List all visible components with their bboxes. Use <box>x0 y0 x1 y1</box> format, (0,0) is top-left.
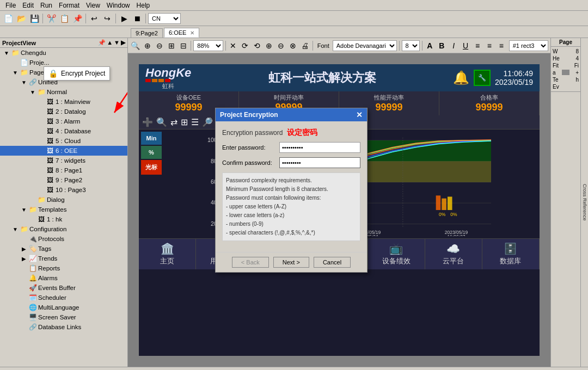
hmi-logo-sub: 虹科 <box>145 82 191 90</box>
chart-ctrl-list[interactable]: ☰ <box>191 117 199 127</box>
dialog-enter-input[interactable] <box>279 142 360 153</box>
tree-item-9[interactable]: 🖼 9 : Page2 <box>0 175 127 185</box>
tree-item-tags[interactable]: ▶ 🏷️ Tags <box>0 244 127 254</box>
tree-item-templates[interactable]: ▼ 📁 Templates <box>0 205 127 214</box>
stop-btn[interactable]: ⏹ <box>131 13 143 24</box>
dialog-next-btn[interactable]: Next > <box>273 257 309 268</box>
nav-cloud[interactable]: ☁️ 云平台 <box>425 239 482 269</box>
rect-combo[interactable]: #1 rect3 <box>509 40 548 51</box>
tree-item-6-oee[interactable]: 🖼 6 : OEE <box>0 146 127 156</box>
zoom-out-btn[interactable]: ⊖ <box>154 40 165 52</box>
tree-item-5[interactable]: 🖼 5 : Cloud <box>0 136 127 146</box>
tab-oee[interactable]: 6:OEE ✕ <box>164 28 199 38</box>
cut-btn[interactable]: ✂️ <box>45 13 57 24</box>
sidebar: ProjectView 📌 ▲ ▼ ▶ ▼ 📁 Chengdu 📄 Proje.… <box>0 38 128 367</box>
tree-item-scheduler[interactable]: 🗓️ Scheduler <box>0 293 127 303</box>
tab-close-icon[interactable]: ✕ <box>190 30 194 36</box>
nav-home[interactable]: 🏛️ 主页 <box>139 239 196 269</box>
chart-ctrl-zoom[interactable]: 🔍 <box>156 117 167 127</box>
menu-help[interactable]: Help <box>133 1 154 10</box>
tree-item-1[interactable]: 🖼 1 : Mainview <box>0 97 127 107</box>
hmi-title: 虹科一站式解决方案 <box>191 70 453 86</box>
svg-text:11:06:27: 11:06:27 <box>447 234 465 236</box>
hmi-wrench-icon[interactable]: 🔧 <box>474 70 491 86</box>
tree-item-configuration[interactable]: ▼ 📁 Configuration <box>0 224 127 234</box>
lang-combo[interactable]: CN <box>148 13 181 24</box>
sidebar-expand[interactable]: ▲ <box>107 39 113 46</box>
panel-width: W 8 <box>552 48 579 55</box>
nav-oee[interactable]: 📺 设备绩效 <box>368 239 425 269</box>
hmi-btn-min[interactable]: Min <box>141 132 162 145</box>
undo-btn[interactable]: ↩ <box>88 13 100 24</box>
tree-root[interactable]: ▼ 📁 Chengdu <box>0 48 127 58</box>
menu-run[interactable]: Run <box>37 1 56 10</box>
tree-item-dblinks[interactable]: 🔗 Database Links <box>0 322 127 332</box>
tree-item-8[interactable]: 🖼 8 : Page1 <box>0 165 127 175</box>
zoom-combo[interactable]: 88% <box>193 40 223 51</box>
tree-item-screensaver[interactable]: 🖥️ Screen Saver <box>0 312 127 322</box>
tree-item-protocols[interactable]: 🔌 Protocols <box>0 234 127 244</box>
sidebar-close[interactable]: ▶ <box>121 39 125 46</box>
chart-ctrl-split[interactable]: ⊞ <box>181 117 188 127</box>
hmi-bell-icon[interactable]: 🔔 <box>453 70 469 85</box>
align-center-btn[interactable]: ≡ <box>484 40 495 52</box>
font-combo[interactable]: Adobe Devanagari <box>333 40 397 51</box>
sidebar-pin[interactable]: 📌 <box>98 39 106 46</box>
bold-btn[interactable]: A <box>424 40 435 52</box>
tree-item-10[interactable]: 🖼 10 : Page3 <box>0 185 127 195</box>
tree-item-hk[interactable]: 🖼 1 : hk <box>0 214 127 224</box>
tree-item-7[interactable]: 🖼 7 : widgets <box>0 156 127 165</box>
menu-format[interactable]: Format <box>56 1 83 10</box>
tree-item-reports[interactable]: 📋 Reports <box>0 263 127 273</box>
dialog-help-text: Password complexity requirements. Minimu… <box>222 172 360 241</box>
bold2-btn[interactable]: B <box>436 40 447 52</box>
chart-ctrl-move[interactable]: ⇄ <box>170 117 177 127</box>
hmi-btn-percent[interactable]: % <box>141 146 162 159</box>
tree-item-4[interactable]: 🖼 4 : Database <box>0 126 127 136</box>
tree-item-normal[interactable]: ▼ 📁 Normal <box>0 87 127 97</box>
dialog-close-btn[interactable]: ✕ <box>356 110 363 119</box>
tree-item-events[interactable]: 🚀 Events Buffer <box>0 283 127 293</box>
copy-btn[interactable]: 📋 <box>58 13 70 24</box>
nav-database[interactable]: 🗄️ 数据库 <box>482 239 540 269</box>
italic-btn[interactable]: I <box>448 40 459 52</box>
redo-btn[interactable]: ↪ <box>101 13 113 24</box>
tree-item-trends[interactable]: ▶ 📈 Trends <box>0 254 127 263</box>
project-encryption-dialog: Project Encryption ✕ Encryption password… <box>215 108 367 273</box>
tree-item-alarms[interactable]: 🔔 Alarms <box>0 273 127 283</box>
chart-ctrl-zoom2[interactable]: 🔎 <box>202 117 213 127</box>
dialog-back-btn[interactable]: < Back <box>232 257 269 268</box>
tree-item-2[interactable]: 🖼 2 : Datalog <box>0 107 127 116</box>
run-btn[interactable]: ▶ <box>118 13 130 24</box>
new-btn[interactable]: 📄 <box>2 13 14 24</box>
sidebar-collapse[interactable]: ▼ <box>114 39 120 46</box>
align-right-btn[interactable]: ≡ <box>496 40 507 52</box>
home-icon: 🏛️ <box>161 242 174 255</box>
paste-btn[interactable]: 📌 <box>71 13 83 24</box>
panel-page-label: Page <box>551 38 580 47</box>
tree-item-3[interactable]: 🖼 3 : Alarm <box>0 116 127 126</box>
tb-x-btn[interactable]: ✕ <box>228 40 239 52</box>
expand-root: ▼ <box>2 50 11 56</box>
align-left-btn[interactable]: ≡ <box>472 40 483 52</box>
menu-view[interactable]: View <box>83 1 103 10</box>
dialog-cancel-btn[interactable]: Cancel <box>314 257 351 268</box>
menu-edit[interactable]: Edit <box>19 1 37 10</box>
underline-btn[interactable]: U <box>460 40 471 52</box>
zoom-in2-btn[interactable]: ⊕ <box>142 40 153 52</box>
save-btn[interactable]: 💾 <box>28 13 40 24</box>
hmi-btn-cursor[interactable]: 光标 <box>141 160 162 175</box>
open-btn[interactable]: 📂 <box>15 13 27 24</box>
tab-page2[interactable]: 9:Page2 <box>131 28 163 38</box>
tree-item-dialog[interactable]: 📁 Dialog <box>0 195 127 205</box>
menu-window[interactable]: Window <box>103 1 133 10</box>
zoom-fit-btn[interactable]: ⊞ <box>166 40 177 52</box>
dialog-confirm-input[interactable] <box>279 157 360 168</box>
zoom-in-btn[interactable]: 🔍 <box>130 40 141 52</box>
chart-ctrl-plus[interactable]: ➕ <box>142 117 153 127</box>
menu-file[interactable]: File <box>2 1 19 10</box>
fontsize-combo[interactable]: 8 <box>402 40 420 51</box>
zoom-100-btn[interactable]: ⊟ <box>178 40 189 52</box>
cross-reference-panel: Cross Reference <box>580 38 588 367</box>
tree-item-multilang[interactable]: 🌐 MultiLanguage <box>0 303 127 312</box>
